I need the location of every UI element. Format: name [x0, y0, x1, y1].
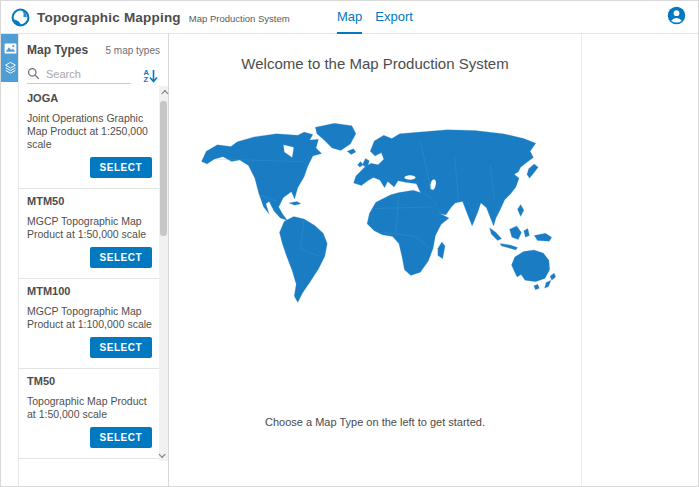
- map-type-item-mtm100: MTM100 MGCP Topographic Map Product at 1…: [19, 279, 160, 369]
- map-type-description: Topographic Map Product at 1:50,000 scal…: [27, 395, 152, 421]
- scroll-up-arrow[interactable]: [159, 87, 168, 99]
- sort-az-button[interactable]: A Z: [144, 69, 158, 83]
- world-map-image: [176, 117, 574, 316]
- basemap-icon: [4, 43, 17, 54]
- welcome-title: Welcome to the Map Production System: [169, 55, 581, 72]
- nav-tab-map[interactable]: Map: [337, 1, 362, 34]
- map-type-list: JOGA Joint Operations Graphic Map Produc…: [19, 86, 160, 461]
- layers-icon: [4, 61, 17, 75]
- select-button[interactable]: SELECT: [90, 337, 152, 358]
- app-title: Topographic Mapping: [37, 10, 181, 25]
- scroll-down-arrow[interactable]: [159, 448, 168, 460]
- select-button[interactable]: SELECT: [90, 427, 152, 448]
- map-type-item-tm100: TM100: [19, 459, 160, 461]
- layers-tool-button[interactable]: [1, 58, 19, 78]
- map-type-item-tm50: TM50 Topographic Map Product at 1:50,000…: [19, 369, 160, 459]
- map-type-item-joga: JOGA Joint Operations Graphic Map Produc…: [19, 86, 160, 189]
- map-type-name: TM50: [27, 375, 152, 387]
- select-button[interactable]: SELECT: [90, 247, 152, 268]
- brand: Topographic Mapping Map Production Syste…: [11, 1, 290, 34]
- map-type-description: MGCP Topographic Map Product at 1:100,00…: [27, 305, 152, 331]
- map-type-name: JOGA: [27, 92, 152, 104]
- search-box: [27, 67, 131, 84]
- map-type-name: MTM50: [27, 195, 152, 207]
- app-header: Topographic Mapping Map Production Syste…: [1, 1, 698, 34]
- map-types-panel: Map Types 5 map types A Z JOGA Joint Ope…: [19, 34, 169, 486]
- nav-tab-export[interactable]: Export: [375, 1, 413, 34]
- app-subtitle: Map Production System: [189, 11, 290, 24]
- map-type-description: MGCP Topographic Map Product at 1:50,000…: [27, 215, 152, 241]
- world-map: [176, 117, 574, 316]
- basemap-tool-button[interactable]: [1, 38, 19, 58]
- sort-arrow-icon: [149, 69, 158, 83]
- tool-strip: [1, 34, 19, 486]
- select-button[interactable]: SELECT: [90, 157, 152, 178]
- top-nav: Map Export: [337, 1, 426, 34]
- map-type-count: 5 map types: [106, 45, 160, 56]
- user-avatar-icon[interactable]: [667, 6, 686, 25]
- sidebar-scrollbar[interactable]: [159, 86, 168, 461]
- search-icon: [27, 67, 40, 80]
- map-type-name: MTM100: [27, 285, 152, 297]
- map-type-description: Joint Operations Graphic Map Product at …: [27, 112, 152, 151]
- map-type-item-mtm50: MTM50 MGCP Topographic Map Product at 1:…: [19, 189, 160, 279]
- search-input[interactable]: [40, 68, 122, 80]
- app-logo-icon: [11, 8, 30, 27]
- scrollbar-thumb[interactable]: [160, 101, 167, 236]
- instruction-text: Choose a Map Type on the left to get sta…: [169, 416, 581, 428]
- panel-title: Map Types: [27, 43, 88, 57]
- welcome-panel: Welcome to the Map Production System: [169, 34, 582, 486]
